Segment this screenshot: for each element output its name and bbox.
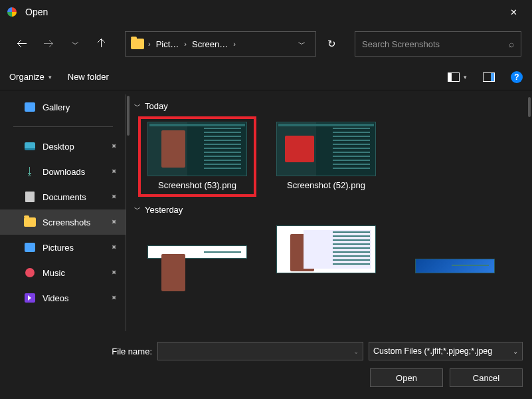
file-item[interactable]: [268, 221, 384, 277]
pin-icon: ✦: [108, 141, 120, 152]
chevron-down-icon: ▾: [464, 74, 467, 80]
filename-label: File name:: [112, 346, 152, 356]
preview-icon: [483, 72, 495, 82]
pin-icon: ✦: [108, 192, 120, 203]
sidebar-item-gallery[interactable]: Gallery: [0, 94, 126, 120]
toolbar: Organize▾ New folder ▾ ?: [0, 64, 532, 90]
folder-icon: [131, 39, 144, 49]
close-button[interactable]: ✕: [500, 0, 527, 24]
document-icon: [25, 192, 35, 202]
thumbnail: [276, 122, 376, 176]
video-icon: [25, 293, 35, 303]
music-icon: [25, 268, 35, 277]
new-folder-button[interactable]: New folder: [68, 72, 109, 82]
file-name: Screenshot (53).png: [158, 180, 236, 192]
breadcrumb-segment[interactable]: Screen…: [191, 37, 229, 52]
open-button[interactable]: Open: [370, 368, 443, 387]
titlebar: Open ✕: [0, 0, 532, 24]
pin-icon: ✦: [108, 166, 120, 178]
view-layout-button[interactable]: ▾: [448, 72, 467, 82]
sidebar-item-label: Pictures: [43, 243, 74, 253]
sidebar-item-label: Downloads: [43, 167, 85, 177]
filetype-select[interactable]: Custom Files (*.jfif;*.pjpeg;*.jpeg ⌄: [369, 342, 523, 360]
chevron-right-icon[interactable]: ›: [148, 40, 151, 48]
layout-icon: [448, 72, 460, 82]
chevron-down-icon: ﹀: [134, 205, 141, 214]
address-bar[interactable]: › Pict… › Screen… › ﹀: [125, 31, 316, 57]
filename-input[interactable]: ⌄: [157, 342, 363, 360]
up-button[interactable]: 🡡: [90, 33, 113, 55]
app-icon: [5, 5, 19, 19]
recent-locations-button[interactable]: ﹀: [64, 33, 86, 55]
file-name: Screenshot (52).png: [287, 180, 365, 192]
thumbnail: [147, 122, 247, 176]
sidebar-item-documents[interactable]: Documents ✦: [0, 184, 126, 209]
search-input[interactable]: Search Screenshots ⌕: [355, 31, 521, 57]
pin-icon: ✦: [108, 293, 120, 304]
sidebar-item-label: Screenshots: [43, 217, 90, 227]
window-title: Open: [25, 7, 48, 17]
chevron-down-icon: ⌄: [513, 348, 518, 355]
chevron-right-icon[interactable]: ›: [233, 40, 236, 48]
sidebar-item-videos[interactable]: Videos ✦: [0, 285, 126, 311]
pin-icon: ✦: [108, 242, 120, 253]
refresh-button[interactable]: ↻: [320, 33, 343, 55]
sidebar-item-label: Gallery: [43, 102, 70, 112]
breadcrumb-segment[interactable]: Pict…: [155, 37, 181, 52]
chevron-down-icon: ▾: [48, 74, 52, 80]
desktop-icon: [25, 142, 35, 150]
sidebar-item-screenshots[interactable]: Screenshots ✦: [0, 209, 126, 235]
group-header-yesterday[interactable]: ﹀ Yesterday: [134, 205, 525, 215]
address-dropdown-button[interactable]: ﹀: [290, 33, 313, 55]
forward-button[interactable]: 🡢: [37, 33, 60, 55]
chevron-down-icon: ﹀: [134, 102, 141, 111]
chevron-right-icon[interactable]: ›: [184, 40, 187, 48]
gallery-icon: [25, 102, 35, 112]
scrollbar[interactable]: [528, 97, 531, 117]
sidebar-item-downloads[interactable]: ⭳ Downloads ✦: [0, 159, 126, 184]
preview-pane-button[interactable]: [483, 72, 495, 82]
divider: [13, 126, 113, 127]
search-placeholder: Search Screenshots: [362, 39, 440, 49]
sidebar-item-music[interactable]: Music ✦: [0, 260, 126, 285]
thumbnail: [276, 225, 376, 273]
download-icon: ⭳: [24, 166, 36, 178]
sidebar-item-pictures[interactable]: Pictures ✦: [0, 235, 126, 260]
bottom-panel: File name: ⌄ Custom Files (*.jfif;*.pjpe…: [0, 335, 532, 399]
help-button[interactable]: ?: [511, 71, 523, 83]
pin-icon: ✦: [108, 217, 120, 228]
sidebar-item-label: Desktop: [43, 142, 74, 152]
organize-button[interactable]: Organize▾: [9, 72, 52, 82]
file-list: ﹀ Today Screenshot (53).png Screenshot (…: [126, 90, 532, 335]
group-header-today[interactable]: ﹀ Today: [134, 101, 525, 111]
file-item[interactable]: Screenshot (52).png: [268, 118, 384, 196]
cancel-button[interactable]: Cancel: [450, 368, 523, 387]
sidebar-item-label: Videos: [43, 293, 69, 303]
file-item[interactable]: Screenshot (53).png: [139, 118, 255, 196]
file-item[interactable]: [139, 241, 255, 277]
sidebar-item-label: Music: [43, 268, 65, 278]
file-item[interactable]: [397, 255, 513, 277]
thumbnail: [415, 259, 495, 273]
sidebar-item-label: Documents: [43, 192, 86, 202]
pictures-icon: [25, 243, 35, 252]
sidebar-item-desktop[interactable]: Desktop ✦: [0, 134, 126, 159]
sidebar: Gallery Desktop ✦ ⭳ Downloads ✦ Document…: [0, 90, 126, 335]
folder-icon: [24, 217, 36, 227]
search-icon: ⌕: [509, 39, 514, 49]
back-button[interactable]: 🡠: [11, 33, 33, 55]
chevron-down-icon[interactable]: ⌄: [353, 348, 359, 355]
pin-icon: ✦: [108, 267, 120, 279]
navbar: 🡠 🡢 ﹀ 🡡 › Pict… › Screen… › ﹀ ↻ Search S…: [0, 24, 532, 64]
thumbnail: [147, 245, 247, 259]
